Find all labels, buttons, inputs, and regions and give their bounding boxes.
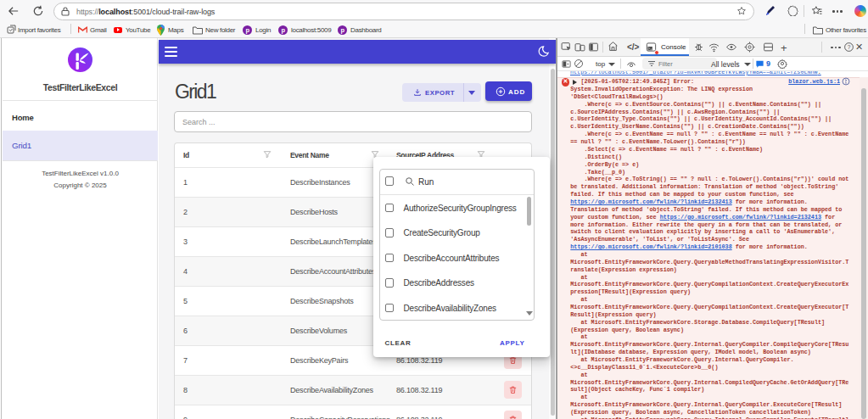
- svg-text:?: ?: [848, 44, 851, 50]
